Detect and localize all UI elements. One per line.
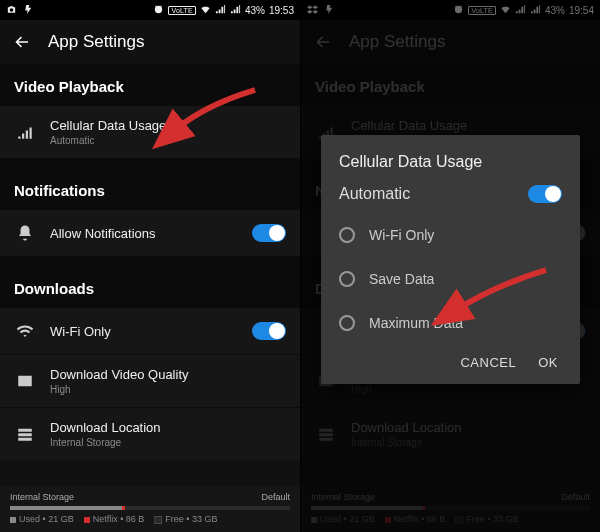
storage-name: Internal Storage (10, 492, 74, 502)
wifi-icon (14, 320, 36, 342)
row-wifi-only[interactable]: Wi-Fi Only (0, 307, 300, 354)
app-bar: App Settings (0, 20, 300, 64)
dialog-option-save-data[interactable]: Save Data (339, 257, 562, 301)
row-download-location[interactable]: Download Location Internal Storage (0, 407, 300, 460)
row-download-quality[interactable]: Download Video Quality High (0, 354, 300, 407)
download-location-sub: Internal Storage (50, 437, 161, 448)
download-quality-sub: High (50, 384, 189, 395)
option-label: Wi-Fi Only (369, 227, 434, 243)
ok-button[interactable]: OK (538, 355, 558, 370)
wifi-only-toggle[interactable] (252, 322, 286, 340)
dialog-option-maximum-data[interactable]: Maximum Data (339, 301, 562, 345)
download-location-label: Download Location (50, 420, 161, 435)
quality-icon (14, 370, 36, 392)
wifi-only-label: Wi-Fi Only (50, 324, 111, 339)
bell-icon (14, 222, 36, 244)
dialog-automatic-toggle[interactable] (528, 185, 562, 203)
battery-pct: 43% (245, 5, 265, 16)
storage-default: Default (261, 492, 290, 502)
section-downloads-header: Downloads (0, 266, 300, 307)
cancel-button[interactable]: CANCEL (460, 355, 516, 370)
cellular-data-dialog: Cellular Data Usage Automatic Wi-Fi Only… (321, 135, 580, 384)
alarm-icon (153, 4, 164, 17)
row-allow-notifications[interactable]: Allow Notifications (0, 209, 300, 256)
phone-left: VoLTE 43% 19:53 App Settings Video Playb… (0, 0, 300, 532)
page-title: App Settings (48, 32, 144, 52)
radio-icon (339, 315, 355, 331)
section-video-header: Video Playback (0, 64, 300, 105)
dialog-title: Cellular Data Usage (339, 153, 562, 171)
radio-icon (339, 271, 355, 287)
option-label: Maximum Data (369, 315, 463, 331)
storage-bar: Internal Storage Default Used • 21 GB Ne… (0, 486, 300, 532)
status-bar: VoLTE 43% 19:53 (0, 0, 300, 20)
storage-meter (10, 506, 290, 510)
back-button[interactable] (10, 30, 34, 54)
bolt-icon (23, 4, 34, 17)
phone-right: VoLTE 43% 19:54 App Settings Video Playb… (300, 0, 600, 532)
dialog-option-wifi-only[interactable]: Wi-Fi Only (339, 213, 562, 257)
allow-notifications-label: Allow Notifications (50, 226, 156, 241)
row-cellular-data[interactable]: Cellular Data Usage Automatic (0, 105, 300, 158)
radio-icon (339, 227, 355, 243)
signal-bars-icon (14, 121, 36, 143)
cellular-label: Cellular Data Usage (50, 118, 166, 133)
dialog-automatic-label: Automatic (339, 185, 410, 203)
legend-used: Used • 21 GB (10, 514, 74, 524)
signal-icon (215, 4, 226, 17)
volte-badge: VoLTE (168, 6, 196, 15)
download-quality-label: Download Video Quality (50, 367, 189, 382)
allow-notifications-toggle[interactable] (252, 224, 286, 242)
legend-free: Free • 33 GB (154, 514, 217, 524)
storage-icon (14, 423, 36, 445)
wifi-icon (200, 4, 211, 17)
option-label: Save Data (369, 271, 434, 287)
clock: 19:53 (269, 5, 294, 16)
cellular-sub: Automatic (50, 135, 166, 146)
legend-netflix: Netflix • 86 B (84, 514, 145, 524)
camera-icon (6, 4, 17, 17)
section-notifications-header: Notifications (0, 168, 300, 209)
signal-icon-2 (230, 4, 241, 17)
